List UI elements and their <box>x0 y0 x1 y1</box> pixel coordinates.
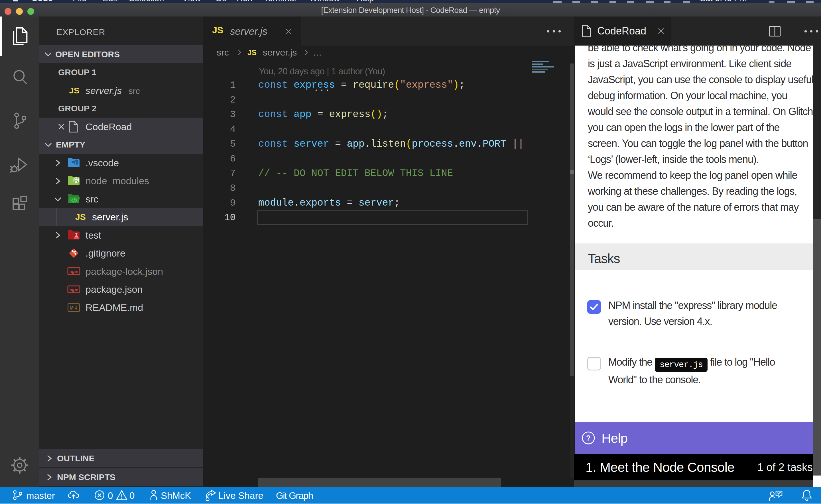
svg-text:M: M <box>70 305 73 311</box>
svg-text:?: ? <box>586 434 591 442</box>
svg-text:JS: JS <box>74 179 77 182</box>
